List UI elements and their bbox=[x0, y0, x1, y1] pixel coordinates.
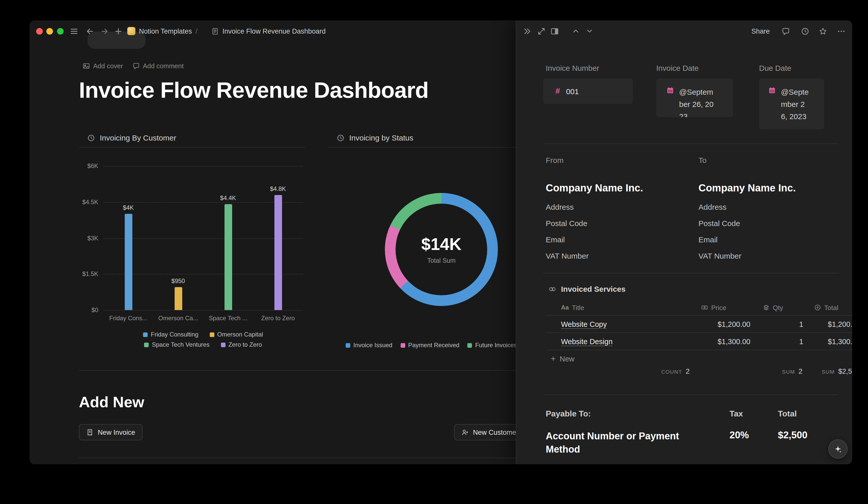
add-new-heading[interactable]: Add New bbox=[79, 393, 144, 411]
history-icon[interactable] bbox=[800, 27, 809, 35]
legend-label: Friday Consulting bbox=[151, 331, 198, 338]
x-tick-label: Friday Cons... bbox=[103, 315, 153, 322]
invoice-date-field[interactable]: @September 26, 2023 bbox=[656, 79, 733, 117]
row-title-link[interactable]: Website Copy bbox=[561, 320, 607, 328]
donut-center: $14K Total Sum bbox=[385, 193, 498, 306]
count-label: COUNT bbox=[661, 369, 682, 375]
donut-total-value: $14K bbox=[421, 235, 462, 254]
table-row[interactable]: Website Copy $1,200.00 1 $1,200.00 bbox=[546, 316, 852, 333]
sum-total-aggregate[interactable]: SUM $2,500.00 bbox=[822, 367, 852, 383]
bar-legend: Friday ConsultingOmerson CapitalSpace Te… bbox=[103, 331, 303, 348]
from-postal-code: Postal Code bbox=[546, 219, 587, 228]
column-header-qty[interactable]: Qty bbox=[763, 300, 783, 315]
row-price-cell[interactable]: $1,200.00 bbox=[674, 316, 751, 332]
donut-chart-header[interactable]: Invoicing by Status bbox=[337, 133, 413, 142]
bar-value-label: $4K bbox=[123, 204, 134, 212]
new-tab-icon[interactable] bbox=[114, 27, 123, 35]
more-options-icon[interactable] bbox=[836, 27, 846, 35]
bar-column: $4.4K bbox=[203, 166, 253, 310]
add-cover-button[interactable]: Add cover bbox=[82, 62, 123, 70]
chart-view-icon bbox=[87, 134, 95, 142]
linked-database-icon bbox=[548, 285, 556, 293]
invoice-number-value: 001 bbox=[566, 87, 579, 95]
bar-column: $4.8K bbox=[253, 166, 303, 310]
column-price-label: Price bbox=[711, 304, 726, 311]
donut-chart-title: Invoicing by Status bbox=[349, 133, 413, 142]
minimize-button[interactable] bbox=[46, 28, 53, 34]
legend-label: Zero to Zero bbox=[228, 341, 262, 348]
row-total-cell[interactable]: $1,300.00 bbox=[828, 333, 852, 350]
to-label: To bbox=[699, 156, 706, 164]
column-header-price[interactable]: Price bbox=[701, 300, 726, 315]
column-header-total[interactable]: Total bbox=[814, 300, 838, 315]
legend-row: Friday ConsultingOmerson Capital bbox=[143, 331, 263, 338]
share-button[interactable]: Share bbox=[752, 28, 770, 35]
legend-item: Friday Consulting bbox=[143, 331, 198, 338]
breadcrumb-page-title: Invoice Flow Revenue Dashboard bbox=[223, 27, 326, 35]
zoom-button[interactable] bbox=[57, 28, 64, 34]
bar-value-label: $950 bbox=[171, 277, 185, 285]
bar-value-label: $4.8K bbox=[270, 185, 286, 192]
breadcrumb-workspace[interactable]: Notion Templates / bbox=[127, 20, 197, 42]
bar-columns: $4K$950$4.4K$4.8K bbox=[103, 166, 303, 310]
new-invoice-button[interactable]: New Invoice bbox=[79, 424, 142, 440]
due-date-value: @September 26, 2023 bbox=[781, 86, 809, 123]
donut-ring: $14K Total Sum bbox=[385, 193, 498, 306]
y-tick-label: $4.5K bbox=[82, 198, 98, 206]
bar-chart-card: Invoicing By Customer $6K$4.5K$3K$1.5K$0… bbox=[79, 133, 306, 351]
favorite-star-icon[interactable] bbox=[818, 27, 827, 35]
content-divider bbox=[79, 458, 555, 458]
sum-total-value: $2,500.00 bbox=[838, 367, 852, 375]
from-address: Address bbox=[546, 203, 574, 211]
add-cover-label: Add cover bbox=[93, 62, 123, 70]
invoice-number-field[interactable]: # 001 bbox=[543, 79, 633, 104]
panel-divider bbox=[543, 144, 838, 144]
from-vat: VAT Number bbox=[546, 251, 589, 260]
back-icon[interactable] bbox=[85, 27, 94, 35]
layers-icon bbox=[763, 304, 770, 311]
close-button[interactable] bbox=[36, 28, 43, 34]
row-price-cell[interactable]: $1,300.00 bbox=[674, 333, 751, 350]
count-aggregate[interactable]: COUNT 2 bbox=[661, 367, 690, 383]
side-peek-view-icon[interactable] bbox=[550, 27, 559, 35]
due-date-field[interactable]: @September 26, 2023 bbox=[759, 79, 824, 129]
page-title[interactable]: Invoice Flow Revenue Dashboard bbox=[79, 78, 428, 103]
column-header-title[interactable]: Aa Title bbox=[561, 300, 584, 315]
bar-chart-header[interactable]: Invoicing By Customer bbox=[87, 133, 176, 142]
card-divider bbox=[79, 147, 306, 148]
comments-icon[interactable] bbox=[781, 27, 790, 35]
tax-value: 20% bbox=[730, 430, 749, 441]
legend-label: Omerson Capital bbox=[217, 331, 263, 338]
bar-value-label: $4.4K bbox=[220, 195, 236, 202]
to-postal-code: Postal Code bbox=[699, 219, 740, 228]
sum-qty-aggregate[interactable]: SUM 2 bbox=[782, 367, 802, 383]
table-header-row: Aa Title Price Qty Total bbox=[546, 300, 852, 316]
ai-sparkle-button[interactable] bbox=[828, 439, 848, 459]
property-label-due-date: Due Date bbox=[759, 64, 792, 72]
new-row-label: New bbox=[560, 354, 575, 363]
sum-qty-label: SUM bbox=[782, 369, 795, 375]
row-total-cell[interactable]: $1,200.00 bbox=[828, 316, 852, 332]
table-new-row-button[interactable]: + New bbox=[546, 350, 852, 367]
add-comment-button[interactable]: Add comment bbox=[132, 62, 184, 70]
close-side-peek-icon[interactable] bbox=[522, 27, 531, 35]
row-qty-cell[interactable]: 1 bbox=[752, 333, 803, 350]
legend-item: Space Tech Ventures bbox=[144, 341, 209, 348]
invoiced-services-header[interactable]: Invoiced Services bbox=[548, 285, 626, 293]
add-comment-label: Add comment bbox=[143, 62, 184, 70]
row-title-link[interactable]: Website Design bbox=[561, 337, 613, 346]
from-label: From bbox=[546, 156, 564, 164]
notion-window: Notion Templates / Invoice Flow Revenue … bbox=[30, 20, 852, 464]
expand-icon[interactable] bbox=[537, 27, 546, 35]
table-row[interactable]: Website Design $1,300.00 1 $1,300.00 bbox=[546, 333, 852, 350]
legend-label: Invoice Issued bbox=[353, 342, 392, 349]
forward-icon[interactable] bbox=[100, 27, 109, 35]
column-qty-label: Qty bbox=[773, 304, 783, 311]
content-divider bbox=[79, 370, 555, 371]
bar-y-axis: $6K$4.5K$3K$1.5K$0 bbox=[79, 166, 98, 310]
prev-record-icon[interactable] bbox=[571, 27, 580, 35]
sidebar-menu-icon[interactable] bbox=[69, 27, 79, 35]
next-record-icon[interactable] bbox=[585, 27, 594, 35]
breadcrumb-page[interactable]: Invoice Flow Revenue Dashboard bbox=[211, 20, 326, 42]
row-qty-cell[interactable]: 1 bbox=[752, 316, 803, 332]
